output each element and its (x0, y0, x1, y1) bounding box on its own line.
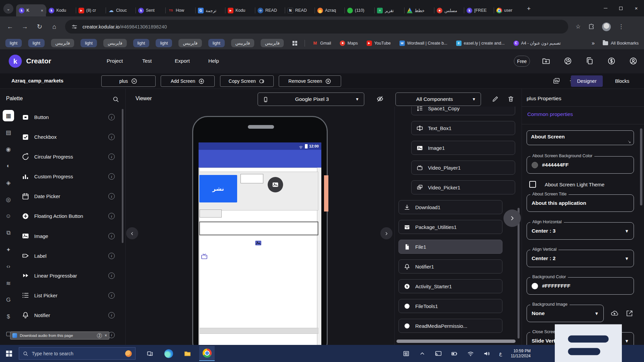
site-settings-icon[interactable] (71, 23, 78, 30)
all-bookmarks-button[interactable]: All Bookmarks (603, 41, 639, 46)
browser-menu-icon[interactable]: ⋮ (618, 23, 624, 30)
screen-selector[interactable]: plus (101, 75, 156, 87)
forward-icon[interactable]: → (20, 23, 30, 31)
palette-icon[interactable] (564, 57, 572, 65)
account-icon[interactable] (629, 57, 638, 65)
image-component-icon[interactable] (254, 239, 262, 247)
designer-view-button[interactable]: Designer (571, 75, 603, 87)
tree-item-space1_copy[interactable]: Space1_Copy (411, 107, 515, 115)
browser-tab[interactable]: Azraq (315, 4, 344, 16)
edge-icon[interactable] (164, 349, 173, 358)
tree-item-video_picker1[interactable]: Video_Picker1 (411, 180, 515, 194)
news-widget-icon[interactable] (402, 350, 410, 357)
bookmark-item[interactable]: WWordwall | Create b... (399, 41, 447, 46)
window-close-button[interactable]: × (629, 0, 644, 16)
info-icon[interactable]: i (108, 114, 115, 120)
info-icon[interactable]: i (108, 253, 115, 259)
browser-tab[interactable]: ≡تقرير (374, 4, 404, 16)
taskbar-battery-icon[interactable] (451, 350, 458, 357)
expand-panel-chevron[interactable] (503, 209, 521, 227)
palette-item-floating-action-button[interactable]: Floating Action Buttoni (17, 206, 121, 226)
info-icon[interactable]: i (108, 173, 115, 180)
info-icon[interactable]: i (108, 233, 115, 239)
chrome-taskbar-button[interactable] (199, 346, 215, 361)
palette-item-custom-progress[interactable]: Custom Progressi (17, 167, 121, 186)
cast-icon[interactable] (435, 350, 442, 357)
remove-screen-button[interactable]: Remove Screen (279, 75, 341, 87)
tree-item-package_utilities1[interactable]: Package_Utilities1 (398, 220, 502, 234)
bookmark-item[interactable]: ▶YouTube (367, 41, 391, 46)
window-maximize-button[interactable] (613, 0, 629, 16)
rename-pencil-icon[interactable] (492, 95, 499, 103)
browser-tab[interactable]: (110) (344, 4, 374, 16)
info-icon[interactable]: i (108, 273, 115, 279)
overlay-close-icon[interactable]: × (105, 333, 107, 338)
palette-item-button[interactable]: Buttoni (17, 107, 121, 127)
new-tab-button[interactable]: + (527, 5, 531, 12)
info-icon[interactable]: i (108, 193, 115, 199)
bookmark-star-icon[interactable]: ☆ (576, 23, 581, 30)
collapse-palette-chevron[interactable] (126, 227, 138, 239)
visibility-toggle-icon[interactable] (376, 95, 384, 103)
tab-group-chip[interactable]: فايربيس (231, 39, 254, 47)
extensions-puzzle-icon[interactable] (588, 23, 595, 30)
palette-category-utilities[interactable]: ✦ (0, 241, 17, 258)
tree-item-file1[interactable]: File1 (398, 240, 502, 254)
delete-trash-icon[interactable] (507, 95, 515, 103)
home-icon[interactable]: ⌂ (50, 23, 59, 31)
kodular-logo[interactable]: k (9, 55, 22, 68)
bookmark-item[interactable]: MGmail (312, 41, 331, 46)
browser-tab[interactable]: خطط (404, 4, 434, 16)
palette-item-image[interactable]: Imagei (17, 226, 121, 246)
properties-scrollbar[interactable] (640, 128, 642, 205)
palette-category-layout[interactable]: ▤ (0, 124, 17, 141)
menu-export[interactable]: Export (175, 58, 190, 64)
taskbar-wifi-icon[interactable] (467, 350, 474, 357)
window-minimize-button[interactable] (598, 0, 613, 16)
taskbar-clock[interactable]: 10:59 PM 11/12/2024 (511, 349, 531, 359)
wide-text-box[interactable] (199, 222, 318, 235)
common-properties-link[interactable]: Common properties (527, 111, 573, 117)
tab-group-chip[interactable]: light (5, 39, 22, 47)
tab-group-chip[interactable]: light (133, 39, 150, 47)
palette-category-dynamic-components[interactable]: ‹› (0, 258, 17, 275)
palette-category-maps[interactable]: ◈ (0, 174, 17, 191)
search-highlights-icon[interactable] (125, 350, 132, 357)
hidden-icons-chevron[interactable] (419, 350, 426, 357)
palette-item-date-picker[interactable]: Date Pickeri (17, 186, 121, 206)
info-icon[interactable]: i (108, 134, 115, 140)
tab-group-chip[interactable]: light (28, 39, 45, 47)
palette-item-linear-progressbar[interactable]: Linear Progressbari (17, 266, 121, 286)
browser-tab[interactable]: TSHow (165, 4, 195, 16)
palette-category-monetization[interactable]: $ (0, 308, 17, 325)
tab-group-chip[interactable]: فايربيس (261, 39, 284, 47)
browser-tab[interactable]: k[FREE (464, 4, 494, 16)
tree-item-activity_starter1[interactable]: Activity_Starter1 (398, 279, 502, 293)
taskbar-search-box[interactable]: Type here to search (19, 347, 136, 360)
browser-tab[interactable]: مسلس (434, 4, 464, 16)
palette-category-storage[interactable]: ⧉ (0, 225, 17, 241)
menu-test[interactable]: Test (142, 58, 152, 64)
tab-group-chip[interactable]: فايربيس (178, 39, 202, 47)
property-field-align-vertical[interactable]: Align VerticalCenter : 2▼ (527, 250, 634, 267)
property-field-background-color[interactable]: Background Color#FFFFFFFF (527, 277, 634, 295)
palette-category-google[interactable]: G (0, 292, 17, 308)
browser-tab[interactable]: Gترجمة (195, 4, 225, 16)
bookmark-item[interactable]: CA4 - تصميم دون عنوان (514, 41, 561, 46)
info-icon[interactable]: i (108, 213, 115, 219)
palette-search-icon[interactable] (112, 96, 119, 103)
tree-item-download1[interactable]: Download1 (398, 200, 502, 214)
tab-group-chip[interactable]: فايربيس (51, 39, 74, 47)
palette-item-notifier[interactable]: Notifieri (17, 305, 121, 325)
volume-icon[interactable] (483, 350, 490, 357)
browser-tab[interactable]: ▶(8) cr (76, 4, 106, 16)
property-field-align-horizontal[interactable]: Align HorizontalCenter : 3▼ (527, 222, 634, 240)
palette-item-label[interactable]: Labeli (17, 246, 121, 266)
menu-project[interactable]: Project (107, 58, 123, 64)
color-swatch[interactable] (532, 162, 538, 168)
screens-gallery-icon[interactable] (553, 77, 560, 84)
publish-button[interactable]: نشر (199, 175, 237, 202)
property-field-about-screen-title[interactable]: About Screen TitleAbout this application (527, 194, 634, 212)
device-selector[interactable]: Google Pixel 3 ▼ (258, 93, 364, 106)
language-indicator[interactable]: ع (499, 351, 502, 357)
